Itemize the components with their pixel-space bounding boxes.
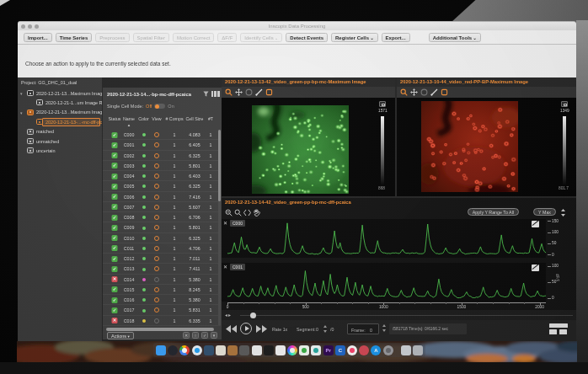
accepted-checkbox[interactable]: ✓: [112, 215, 118, 221]
cell-row-C006[interactable]: ✓C00617.4161: [103, 192, 218, 202]
cell-row-C001[interactable]: ✓C00116.4051: [103, 140, 218, 150]
cell-row-C018[interactable]: ✕C01816.3351: [103, 316, 218, 326]
toolbar-button-additional-tools[interactable]: Additional Tools ⌄: [429, 33, 481, 42]
toolbar-button-export[interactable]: Export...: [382, 33, 410, 42]
trace-plot-c001[interactable]: ✕ C001 100500dF/F: [227, 263, 546, 302]
line-draw-icon[interactable]: [255, 88, 263, 96]
tree-item-uncertain[interactable]: uncertain: [18, 147, 102, 155]
cell-color-dot[interactable]: [142, 174, 146, 178]
undecided-cells-button[interactable]: ○: [192, 332, 199, 339]
close-trace-icon[interactable]: ✕: [223, 220, 227, 227]
accepted-checkbox[interactable]: ✓: [112, 163, 118, 168]
column-header-view[interactable]: View: [152, 116, 161, 121]
dock-icon-finder[interactable]: [156, 345, 166, 355]
view-cell-icon[interactable]: [154, 318, 159, 323]
fit-width-icon[interactable]: [243, 209, 251, 216]
green-colorbar[interactable]: [381, 116, 384, 185]
cell-row-C016[interactable]: ✓C01615.3801: [103, 295, 218, 305]
pan-hand-icon[interactable]: [253, 209, 260, 216]
zoom-out-icon[interactable]: [234, 209, 242, 216]
apply-y-range-button[interactable]: Apply Y Range To All: [468, 208, 519, 216]
zoom-icon[interactable]: [225, 88, 233, 96]
cell-row-C003[interactable]: ✓C00315.8011: [103, 161, 218, 171]
cell-row-C007[interactable]: ✓C00715.6071: [103, 202, 218, 212]
view-cell-icon[interactable]: [154, 236, 159, 241]
dock-icon-podcast-red[interactable]: [359, 345, 369, 355]
cell-color-dot[interactable]: [142, 309, 146, 313]
accepted-checkbox[interactable]: ✓: [112, 297, 118, 303]
cell-row-C012[interactable]: ✓C01217.0111: [103, 254, 218, 264]
rewind-button[interactable]: [226, 325, 237, 333]
rejected-checkbox[interactable]: ✕: [112, 276, 118, 282]
cell-row-C011[interactable]: ✓C01114.7061: [103, 243, 218, 254]
pan-icon[interactable]: [410, 88, 418, 96]
view-cell-icon[interactable]: [154, 307, 159, 313]
view-cell-icon[interactable]: [154, 174, 159, 179]
dock-icon-photos-blue[interactable]: [204, 345, 214, 355]
column-header--comps[interactable]: # Comps: [165, 116, 183, 121]
timeline-track[interactable]: [240, 315, 573, 317]
cell-row-C009[interactable]: ✓C00915.8011: [103, 222, 218, 232]
toolbar-button-preprocess[interactable]: Preprocess: [95, 33, 129, 42]
red-snapshot-icon[interactable]: [561, 101, 568, 107]
layout-switch-icon[interactable]: [549, 323, 568, 334]
accepted-checkbox[interactable]: ✓: [112, 132, 118, 138]
toolbar-button-f-f[interactable]: ΔF/F: [217, 33, 237, 42]
red-colorbar[interactable]: [563, 116, 566, 185]
tree-item-2020-12-21-13-maximum-image[interactable]: ▾2020-12-21-13...Maximum Image: [18, 109, 102, 117]
dock-icon-settings[interactable]: [383, 345, 393, 355]
column-header-status[interactable]: Status: [108, 116, 120, 121]
reject-cells-button[interactable]: ✕: [183, 332, 190, 339]
frame-stepper[interactable]: [382, 324, 387, 333]
green-snapshot-icon[interactable]: [379, 101, 386, 107]
playback-timeline[interactable]: ◂▸: [222, 310, 576, 320]
view-cell-icon[interactable]: [154, 266, 159, 271]
cell-color-dot[interactable]: [142, 298, 146, 302]
cell-color-dot[interactable]: [142, 257, 146, 260]
accept-cells-button[interactable]: ✓: [201, 332, 208, 339]
column-header--t[interactable]: #T: [208, 116, 213, 121]
cell-row-C000[interactable]: ✓C00014.0831: [103, 130, 218, 140]
dock-icon-c-blue[interactable]: C: [335, 345, 345, 355]
toolbar-button-identify-cells[interactable]: Identify Cells ⌄: [240, 33, 282, 42]
cell-color-dot[interactable]: [142, 247, 146, 250]
green-image-area[interactable]: 1571 868: [222, 98, 395, 196]
tree-item-2020-12-21-1-um-image-roi[interactable]: 2020-12-21-1...um Image ROI: [18, 99, 102, 107]
dock-icon-globe[interactable]: [168, 345, 178, 355]
accepted-checkbox[interactable]: ✓: [112, 256, 118, 262]
dock-icon-downloads[interactable]: [401, 345, 411, 355]
window-titlebar[interactable]: Inscopix Data Processing: [18, 21, 576, 30]
cell-row-C004[interactable]: ✓C00416.4031: [103, 171, 218, 181]
y-slider-icon[interactable]: [559, 209, 567, 216]
dock-icon-term-black[interactable]: [264, 345, 274, 355]
cell-color-dot[interactable]: [142, 227, 146, 230]
zoom-icon[interactable]: [400, 88, 408, 96]
cell-row-C002[interactable]: ✓C00216.3251: [103, 151, 218, 161]
line-draw-icon[interactable]: [430, 88, 438, 96]
dock-icon-photos-wheel[interactable]: [287, 345, 297, 355]
view-cell-icon[interactable]: [154, 215, 159, 220]
fast-forward-button[interactable]: [256, 325, 267, 333]
dock-icon-camera-gray[interactable]: [239, 345, 249, 355]
toolbar-button-motion-correct[interactable]: Motion Correct: [173, 33, 214, 42]
tree-item-2020-12-21-13-maximum-image[interactable]: ▾2020-12-21-13...Maximum Image: [18, 89, 102, 98]
cell-color-dot[interactable]: [142, 216, 146, 219]
dock-icon-music[interactable]: [347, 345, 357, 355]
accepted-checkbox[interactable]: ✓: [112, 174, 118, 179]
timeline-step-arrows[interactable]: ◂▸: [225, 312, 232, 318]
segment-value[interactable]: 0: [316, 327, 318, 332]
cell-color-dot[interactable]: [142, 184, 146, 188]
frame-field[interactable]: Frame: 0: [347, 323, 379, 334]
rect-select-icon[interactable]: [441, 88, 448, 96]
accepted-checkbox[interactable]: ✓: [112, 152, 118, 158]
cell-table-vertical-scrollbar[interactable]: [218, 130, 222, 326]
dock-icon-leaf-green[interactable]: [299, 345, 309, 355]
trace-plot-c000[interactable]: ✕ C000 150100500: [227, 219, 546, 258]
view-cell-icon[interactable]: [154, 277, 159, 282]
y-max-button[interactable]: Y Max: [533, 208, 556, 216]
rejected-checkbox[interactable]: ✕: [112, 318, 118, 323]
dock-icon-notes[interactable]: [216, 345, 226, 355]
dock-icon-trash[interactable]: [413, 345, 423, 355]
pan-icon[interactable]: [235, 88, 243, 96]
view-cell-icon[interactable]: [154, 142, 159, 147]
